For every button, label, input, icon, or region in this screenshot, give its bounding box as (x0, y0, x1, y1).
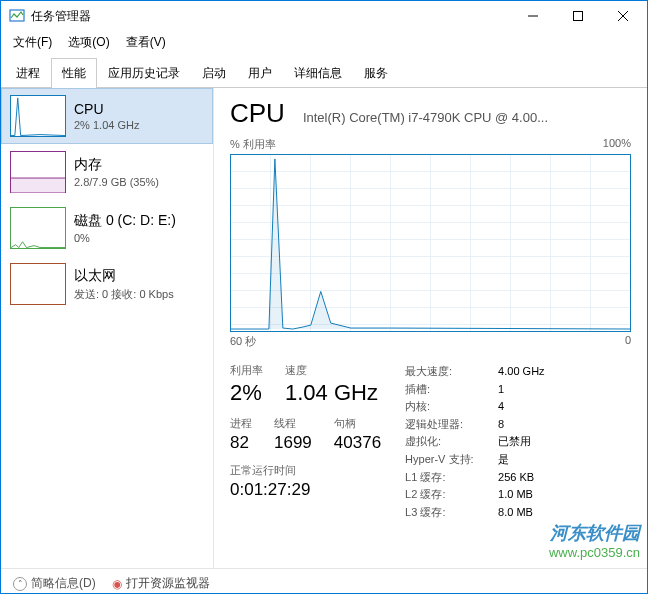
svg-rect-2 (573, 12, 582, 21)
window-title: 任务管理器 (31, 8, 510, 25)
uptime-value: 0:01:27:29 (230, 480, 381, 500)
stats: 利用率 2% 速度 1.04 GHz 进程 82 线程 1699 (230, 363, 631, 521)
kv-cores-v: 4 (498, 398, 504, 416)
kv-cores-k: 内核: (405, 398, 490, 416)
kv-hyperv-v: 是 (498, 451, 509, 469)
menu-file[interactable]: 文件(F) (5, 32, 60, 53)
eth-thumb (10, 263, 66, 305)
util-value: 2% (230, 380, 263, 406)
tab-services[interactable]: 服务 (353, 58, 399, 88)
tabs: 进程 性能 应用历史记录 启动 用户 详细信息 服务 (1, 53, 647, 88)
cpu-info: CPU 2% 1.04 GHz (74, 95, 139, 137)
kv-virt-v: 已禁用 (498, 433, 531, 451)
speed-label: 速度 (285, 363, 378, 378)
chart-xaxis: 60 秒 0 (230, 334, 631, 349)
speed-value: 1.04 GHz (285, 380, 378, 406)
thread-label: 线程 (274, 416, 312, 431)
minimize-button[interactable] (510, 1, 555, 31)
app-icon (9, 8, 25, 24)
kv-l2-k: L2 缓存: (405, 486, 490, 504)
disk-name: 磁盘 0 (C: D: E:) (74, 212, 176, 230)
titlebar: 任务管理器 (1, 1, 647, 31)
kv-sockets-v: 1 (498, 381, 504, 399)
tab-performance[interactable]: 性能 (51, 58, 97, 88)
disk-info: 磁盘 0 (C: D: E:) 0% (74, 207, 176, 249)
chart-xleft: 60 秒 (230, 334, 256, 349)
kv-logical-v: 8 (498, 416, 504, 434)
detail-header: CPU Intel(R) Core(TM) i7-4790K CPU @ 4.0… (230, 98, 631, 129)
disk-val: 0% (74, 232, 176, 244)
uptime-label: 正常运行时间 (230, 463, 381, 478)
thread-value: 1699 (274, 433, 312, 453)
detail-subtitle: Intel(R) Core(TM) i7-4790K CPU @ 4.00... (303, 110, 548, 125)
menu-options[interactable]: 选项(O) (60, 32, 117, 53)
kv-l3-k: L3 缓存: (405, 504, 490, 522)
disk-thumb (10, 207, 66, 249)
eth-val: 发送: 0 接收: 0 Kbps (74, 287, 174, 302)
sidebar-item-disk[interactable]: 磁盘 0 (C: D: E:) 0% (1, 200, 213, 256)
resmon-icon: ◉ (112, 577, 122, 591)
proc-value: 82 (230, 433, 252, 453)
handle-value: 40376 (334, 433, 381, 453)
tab-details[interactable]: 详细信息 (283, 58, 353, 88)
stats-left: 利用率 2% 速度 1.04 GHz 进程 82 线程 1699 (230, 363, 381, 521)
chart-ylabel: % 利用率 (230, 137, 276, 152)
mem-val: 2.8/7.9 GB (35%) (74, 176, 159, 188)
svg-rect-5 (11, 178, 65, 192)
detail-title: CPU (230, 98, 285, 129)
sidebar: CPU 2% 1.04 GHz 内存 2.8/7.9 GB (35%) 磁盘 0… (1, 88, 214, 568)
tab-processes[interactable]: 进程 (5, 58, 51, 88)
menubar: 文件(F) 选项(O) 查看(V) (1, 31, 647, 53)
kv-maxspeed-k: 最大速度: (405, 363, 490, 381)
menu-view[interactable]: 查看(V) (118, 32, 174, 53)
tab-users[interactable]: 用户 (237, 58, 283, 88)
svg-rect-0 (10, 10, 24, 21)
close-button[interactable] (600, 1, 645, 31)
chart-labels: % 利用率 100% (230, 137, 631, 152)
mem-thumb (10, 151, 66, 193)
detail-pane: CPU Intel(R) Core(TM) i7-4790K CPU @ 4.0… (214, 88, 647, 568)
kv-maxspeed-v: 4.00 GHz (498, 363, 544, 381)
kv-l1-k: L1 缓存: (405, 469, 490, 487)
tab-startup[interactable]: 启动 (191, 58, 237, 88)
stats-right: 最大速度:4.00 GHz 插槽:1 内核:4 逻辑处理器:8 虚拟化:已禁用 … (405, 363, 544, 521)
fewer-details-link[interactable]: ˄ 简略信息(D) (13, 575, 96, 592)
kv-l3-v: 8.0 MB (498, 504, 533, 522)
kv-l1-v: 256 KB (498, 469, 534, 487)
kv-sockets-k: 插槽: (405, 381, 490, 399)
kv-l2-v: 1.0 MB (498, 486, 533, 504)
resource-monitor-link[interactable]: ◉ 打开资源监视器 (112, 575, 210, 592)
mem-name: 内存 (74, 156, 159, 174)
proc-label: 进程 (230, 416, 252, 431)
maximize-button[interactable] (555, 1, 600, 31)
statusbar: ˄ 简略信息(D) ◉ 打开资源监视器 (1, 568, 647, 594)
kv-logical-k: 逻辑处理器: (405, 416, 490, 434)
eth-name: 以太网 (74, 267, 174, 285)
content: CPU 2% 1.04 GHz 内存 2.8/7.9 GB (35%) 磁盘 0… (1, 88, 647, 568)
tab-app-history[interactable]: 应用历史记录 (97, 58, 191, 88)
eth-info: 以太网 发送: 0 接收: 0 Kbps (74, 263, 174, 305)
handle-label: 句柄 (334, 416, 381, 431)
cpu-chart (230, 154, 631, 332)
kv-virt-k: 虚拟化: (405, 433, 490, 451)
sidebar-item-cpu[interactable]: CPU 2% 1.04 GHz (1, 88, 213, 144)
kv-hyperv-k: Hyper-V 支持: (405, 451, 490, 469)
chart-ymax: 100% (603, 137, 631, 152)
cpu-thumb (10, 95, 66, 137)
sidebar-item-memory[interactable]: 内存 2.8/7.9 GB (35%) (1, 144, 213, 200)
cpu-val: 2% 1.04 GHz (74, 119, 139, 131)
sidebar-item-ethernet[interactable]: 以太网 发送: 0 接收: 0 Kbps (1, 256, 213, 312)
chevron-up-icon: ˄ (13, 577, 27, 591)
cpu-name: CPU (74, 101, 139, 117)
mem-info: 内存 2.8/7.9 GB (35%) (74, 151, 159, 193)
util-label: 利用率 (230, 363, 263, 378)
chart-xright: 0 (625, 334, 631, 349)
